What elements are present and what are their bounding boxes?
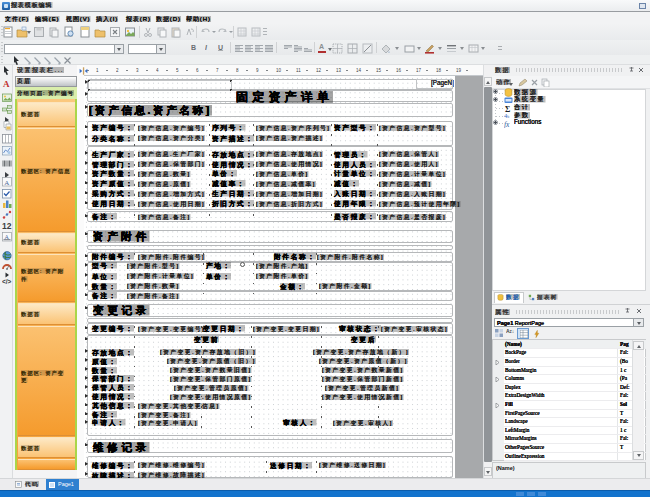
svg-text:fx: fx [504,119,510,128]
svg-text:A: A [3,79,10,89]
svg-text:12: 12 [2,221,12,231]
svg-text:A: A [4,179,9,187]
svg-text:</>: </> [2,278,12,285]
